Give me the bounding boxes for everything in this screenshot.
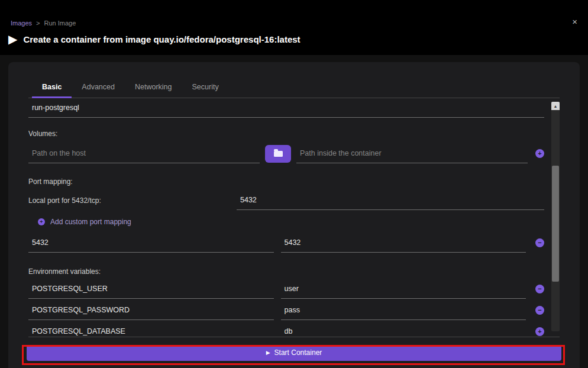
remove-port-mapping-button[interactable]: − bbox=[535, 238, 544, 247]
local-port-row: Local port for 5432/tcp: bbox=[28, 191, 544, 210]
breadcrumb-images-link[interactable]: Images bbox=[11, 20, 32, 27]
custom-port-container-input[interactable] bbox=[281, 233, 526, 253]
tab-bar: Basic Advanced Networking Security bbox=[28, 62, 560, 98]
start-container-label: Start Container bbox=[274, 348, 322, 357]
env-row: − bbox=[28, 299, 544, 321]
add-custom-port-mapping-label: Add custom port mapping bbox=[50, 218, 131, 226]
plus-icon: + bbox=[538, 150, 541, 157]
minus-icon: − bbox=[538, 240, 541, 246]
tab-networking[interactable]: Networking bbox=[125, 77, 182, 98]
tab-security[interactable]: Security bbox=[182, 77, 229, 98]
form-scroll-area: Volumes: + Port mapping: Local port for … bbox=[28, 98, 560, 337]
env-name-input[interactable] bbox=[28, 301, 274, 320]
tab-basic[interactable]: Basic bbox=[32, 77, 72, 98]
custom-port-row: − bbox=[28, 232, 544, 253]
add-volume-button[interactable]: + bbox=[535, 149, 544, 158]
breadcrumb-current: Run Image bbox=[44, 20, 76, 27]
volume-row: + bbox=[28, 144, 544, 163]
local-port-label: Local port for 5432/tcp: bbox=[28, 196, 237, 205]
minus-icon: − bbox=[538, 307, 541, 314]
plus-icon: + bbox=[538, 328, 541, 335]
custom-port-host-input[interactable] bbox=[28, 233, 274, 253]
plus-circle-icon: + bbox=[38, 218, 45, 225]
add-custom-port-mapping-link[interactable]: + Add custom port mapping bbox=[38, 218, 544, 226]
environment-variables-label: Environment variables: bbox=[28, 267, 544, 276]
port-mapping-label: Port mapping: bbox=[28, 177, 544, 186]
breadcrumb: Images > Run Image bbox=[11, 20, 76, 27]
plus-icon: + bbox=[40, 219, 43, 225]
volume-container-path-input[interactable] bbox=[296, 144, 528, 163]
env-name-input[interactable] bbox=[28, 279, 274, 299]
environment-rows: − − + bbox=[28, 278, 544, 337]
scrollbar[interactable]: ▲ bbox=[551, 102, 560, 331]
play-icon: ▶ bbox=[266, 350, 270, 356]
folder-browse-button[interactable] bbox=[265, 145, 291, 163]
run-image-card: Basic Advanced Networking Security Volum… bbox=[8, 62, 580, 368]
breadcrumb-separator: > bbox=[36, 20, 40, 27]
container-name-input[interactable] bbox=[28, 98, 544, 118]
env-value-input[interactable] bbox=[281, 301, 526, 320]
close-icon[interactable]: × bbox=[572, 17, 577, 26]
page-header: Images > Run Image × ▶ Create a containe… bbox=[0, 0, 588, 55]
folder-icon bbox=[274, 151, 283, 157]
page-title: Create a container from image quay.io/fe… bbox=[23, 34, 300, 44]
tab-advanced[interactable]: Advanced bbox=[72, 77, 125, 98]
remove-env-variable-button[interactable]: − bbox=[535, 285, 544, 293]
volumes-label: Volumes: bbox=[28, 130, 544, 138]
play-icon: ▶ bbox=[8, 33, 17, 45]
env-name-input[interactable] bbox=[28, 322, 274, 338]
minus-icon: − bbox=[538, 286, 541, 292]
env-value-input[interactable] bbox=[281, 322, 526, 338]
remove-env-variable-button[interactable]: − bbox=[535, 306, 544, 315]
scrollbar-thumb[interactable] bbox=[552, 166, 559, 282]
local-port-input[interactable] bbox=[237, 191, 544, 210]
add-env-variable-button[interactable]: + bbox=[535, 327, 544, 336]
scroll-up-arrow-icon[interactable]: ▲ bbox=[551, 102, 560, 110]
card-footer: ▶ Start Container bbox=[8, 337, 580, 368]
title-row: ▶ Create a container from image quay.io/… bbox=[8, 33, 301, 45]
env-row: − bbox=[28, 278, 544, 299]
env-row: + bbox=[28, 321, 544, 337]
start-container-button[interactable]: ▶ Start Container bbox=[27, 345, 561, 361]
volume-host-path-input[interactable] bbox=[28, 144, 260, 163]
env-value-input[interactable] bbox=[281, 279, 526, 299]
